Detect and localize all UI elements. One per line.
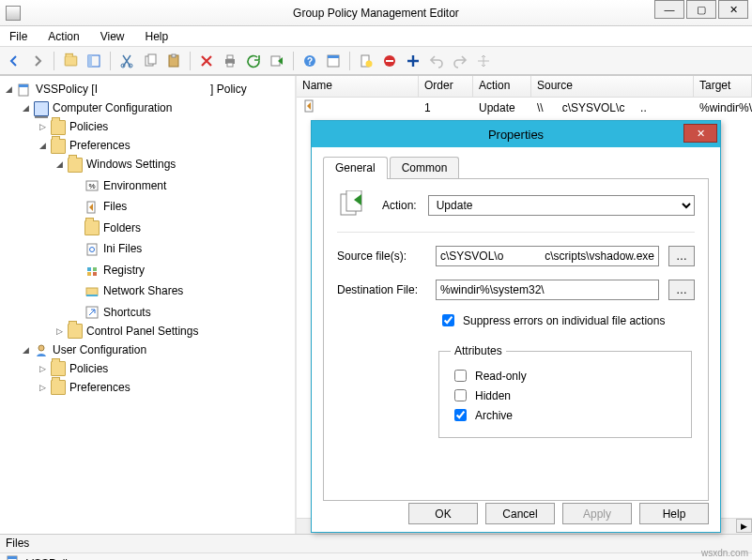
hidden-checkbox[interactable] bbox=[454, 389, 467, 401]
expand-toggle[interactable] bbox=[21, 99, 30, 117]
new-item-icon[interactable] bbox=[356, 51, 376, 71]
export-icon[interactable] bbox=[267, 51, 287, 71]
expand-toggle[interactable] bbox=[38, 118, 47, 136]
registry-icon bbox=[84, 263, 100, 278]
tree-cc-preferences[interactable]: Preferences bbox=[69, 137, 130, 155]
dest-label: Destination File: bbox=[337, 283, 426, 296]
tree-cc-policies[interactable]: Policies bbox=[69, 118, 108, 136]
svg-rect-9 bbox=[227, 55, 233, 59]
minimize-button[interactable]: — bbox=[654, 0, 684, 19]
tree-pane[interactable]: VSSPolicy [I] Policy Computer Configurat… bbox=[0, 76, 297, 534]
tree-inifiles[interactable]: Ini Files bbox=[103, 240, 142, 258]
menu-action[interactable]: Action bbox=[44, 28, 83, 45]
tree-environment[interactable]: Environment bbox=[103, 177, 166, 195]
tree-files[interactable]: Files bbox=[103, 198, 127, 216]
apply-button[interactable]: Apply bbox=[562, 503, 632, 524]
tab-general[interactable]: General bbox=[323, 157, 388, 179]
cell-order: 1 bbox=[419, 101, 473, 114]
add-icon[interactable] bbox=[403, 51, 423, 71]
redo-icon[interactable] bbox=[450, 51, 470, 71]
cut-icon[interactable] bbox=[116, 51, 137, 71]
folder-icon bbox=[51, 380, 66, 395]
print-icon[interactable] bbox=[220, 51, 240, 71]
dialog-title-bar[interactable]: Properties ✕ bbox=[312, 121, 720, 147]
readonly-checkbox[interactable] bbox=[454, 370, 467, 382]
expand-toggle[interactable] bbox=[4, 81, 13, 98]
svg-rect-29 bbox=[87, 272, 91, 276]
folder-icon bbox=[51, 361, 66, 376]
tab-common[interactable]: Common bbox=[390, 157, 460, 179]
tree-shortcuts[interactable]: Shortcuts bbox=[103, 304, 151, 322]
copy-icon[interactable] bbox=[140, 51, 161, 71]
expand-toggle[interactable] bbox=[38, 360, 47, 378]
expand-toggle[interactable] bbox=[54, 156, 64, 174]
svg-rect-31 bbox=[86, 288, 98, 295]
close-button[interactable]: ✕ bbox=[718, 0, 748, 19]
tree-windows-settings[interactable]: Windows Settings bbox=[86, 156, 176, 174]
delete-icon[interactable] bbox=[196, 51, 217, 71]
cell-source: \\ c\SYSVOL\c .. bbox=[531, 101, 694, 114]
title-bar: Group Policy Management Editor — ▢ ✕ bbox=[0, 0, 752, 26]
col-source[interactable]: Source bbox=[531, 76, 694, 97]
move-icon[interactable] bbox=[473, 51, 494, 71]
expand-toggle[interactable] bbox=[54, 323, 64, 341]
files-icon bbox=[84, 200, 100, 215]
refresh-icon[interactable] bbox=[243, 51, 264, 71]
taskbar-label: VSSPolicy bbox=[26, 557, 79, 561]
readonly-label: Read-only bbox=[475, 370, 527, 383]
hidden-label: Hidden bbox=[475, 389, 511, 402]
status-text: Files bbox=[6, 537, 29, 550]
source-input[interactable]: c\SYSVOL\o c\scripts\vshadow.exe bbox=[436, 246, 659, 266]
menu-help[interactable]: Help bbox=[142, 28, 173, 45]
tree-uc-policies[interactable]: Policies bbox=[69, 360, 108, 378]
menu-file[interactable]: File bbox=[6, 28, 31, 45]
source-browse-button[interactable]: … bbox=[668, 246, 695, 266]
expand-toggle[interactable] bbox=[21, 341, 30, 359]
ok-button[interactable]: OK bbox=[408, 503, 478, 524]
archive-checkbox[interactable] bbox=[454, 409, 467, 421]
help-button[interactable]: Help bbox=[639, 503, 709, 524]
dialog-close-button[interactable]: ✕ bbox=[683, 124, 717, 143]
suppress-errors-checkbox[interactable] bbox=[442, 314, 454, 326]
menu-view[interactable]: View bbox=[97, 28, 129, 45]
tree-uc-preferences[interactable]: Preferences bbox=[69, 379, 130, 397]
column-headers[interactable]: Name Order Action Source Target bbox=[297, 76, 752, 98]
help-icon[interactable]: ? bbox=[299, 51, 320, 71]
col-target[interactable]: Target bbox=[694, 76, 752, 97]
list-row[interactable]: 1 Update \\ c\SYSVOL\c .. %windir%\ bbox=[297, 98, 752, 118]
forward-icon[interactable] bbox=[27, 51, 48, 71]
col-order[interactable]: Order bbox=[419, 76, 473, 97]
cancel-button[interactable]: Cancel bbox=[485, 503, 555, 524]
tree-networkshares[interactable]: Network Shares bbox=[103, 282, 183, 300]
dest-browse-button[interactable]: … bbox=[668, 280, 695, 300]
expand-toggle[interactable] bbox=[38, 137, 47, 155]
archive-label: Archive bbox=[475, 409, 513, 422]
dialog-title: Properties bbox=[488, 128, 544, 142]
tree-folders[interactable]: Folders bbox=[103, 219, 141, 237]
taskbar-entry[interactable]: VSSPolicy bbox=[0, 552, 752, 560]
tree-user-config[interactable]: User Configuration bbox=[53, 341, 146, 359]
svg-rect-30 bbox=[93, 272, 97, 276]
policy-icon bbox=[17, 83, 32, 98]
up-folder-icon[interactable] bbox=[60, 51, 81, 71]
tree-registry[interactable]: Registry bbox=[103, 262, 145, 280]
svg-rect-21 bbox=[19, 84, 28, 87]
back-icon[interactable] bbox=[4, 51, 24, 71]
policy-icon bbox=[6, 554, 21, 560]
scroll-right-icon[interactable]: ▶ bbox=[736, 519, 752, 533]
dest-input[interactable] bbox=[436, 280, 659, 300]
maximize-button[interactable]: ▢ bbox=[686, 0, 716, 19]
show-tree-icon[interactable] bbox=[84, 51, 104, 71]
tree-root[interactable]: VSSPolicy [I] Policy bbox=[36, 81, 247, 98]
col-name[interactable]: Name bbox=[297, 76, 419, 97]
tree-control-panel-settings[interactable]: Control Panel Settings bbox=[86, 323, 198, 341]
properties-icon[interactable] bbox=[323, 51, 344, 71]
col-action[interactable]: Action bbox=[473, 76, 531, 97]
undo-icon[interactable] bbox=[426, 51, 447, 71]
paste-icon[interactable] bbox=[163, 51, 184, 71]
stop-icon[interactable] bbox=[379, 51, 400, 71]
cell-action: Update bbox=[473, 101, 531, 114]
expand-toggle[interactable] bbox=[38, 379, 47, 397]
tree-computer-config[interactable]: Computer Configuration bbox=[53, 99, 172, 117]
action-select[interactable]: Update bbox=[428, 195, 695, 216]
